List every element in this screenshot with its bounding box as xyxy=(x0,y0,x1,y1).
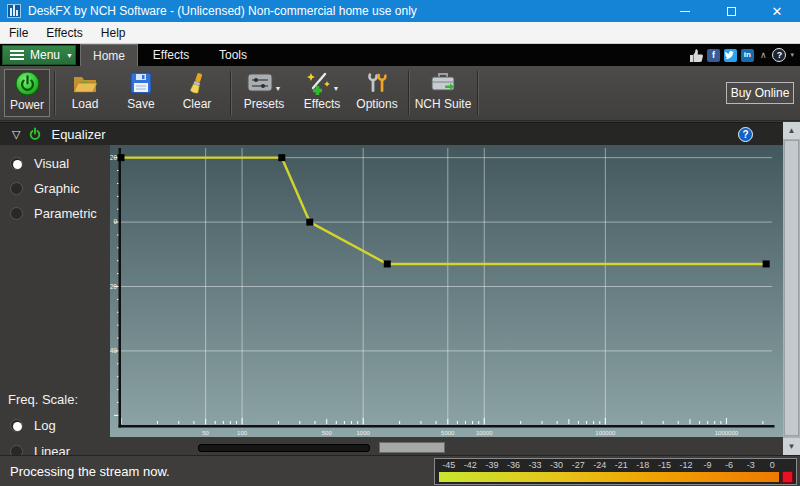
help-dropdown-icon[interactable]: ▾ xyxy=(790,51,794,59)
eq-curve-node[interactable] xyxy=(278,154,285,161)
vertical-scrollbar[interactable]: ▲ ▼ xyxy=(783,122,800,455)
power-label: Power xyxy=(10,98,44,112)
presets-dropdown-icon[interactable]: ▼ xyxy=(275,85,282,92)
maximize-icon xyxy=(727,7,736,16)
freq-scale-option-linear[interactable]: Linear xyxy=(10,443,70,455)
eq-curve-node[interactable] xyxy=(763,260,770,267)
meter-scale-number: -3 xyxy=(740,460,762,471)
tab-effects[interactable]: Effects xyxy=(142,44,200,66)
partial-value-box[interactable] xyxy=(379,442,445,453)
collapse-toolbar-icon[interactable]: ∧ xyxy=(760,50,767,60)
window-title: DeskFX by NCH Software - (Unlicensed) No… xyxy=(28,4,417,18)
plot-background xyxy=(110,145,783,437)
power-button[interactable]: Power xyxy=(4,69,50,117)
nch-suite-button[interactable]: NCH Suite xyxy=(413,69,473,117)
freq-scale-label-linear: Linear xyxy=(34,444,70,456)
buy-online-button[interactable]: Buy Online xyxy=(726,82,794,104)
options-button[interactable]: Options xyxy=(351,69,403,117)
x-axis-label: 50 xyxy=(202,430,209,436)
radio-selected-icon[interactable] xyxy=(10,157,23,170)
app-icon xyxy=(7,4,21,18)
eq-curve-node[interactable] xyxy=(118,154,125,161)
mode-option-visual[interactable]: Visual xyxy=(10,155,69,171)
nch-suite-label: NCH Suite xyxy=(415,97,472,111)
briefcase-icon xyxy=(430,69,456,96)
level-meter-scale: -45-42-39-36-33-30-27-24-21-18-15-12-9-6… xyxy=(438,460,783,471)
load-label: Load xyxy=(72,97,99,111)
save-label: Save xyxy=(127,97,154,111)
mode-option-parametric[interactable]: Parametric xyxy=(10,205,97,221)
partial-slider-track[interactable] xyxy=(198,444,370,452)
title-bar[interactable]: DeskFX by NCH Software - (Unlicensed) No… xyxy=(0,0,800,22)
meter-scale-number: -6 xyxy=(718,460,740,471)
presets-panel-icon xyxy=(247,73,273,92)
minimize-button[interactable] xyxy=(662,0,708,22)
panel-collapse-icon[interactable]: ▽ xyxy=(12,128,20,141)
eq-curve-node[interactable] xyxy=(384,260,391,267)
linkedin-icon[interactable]: in xyxy=(741,49,754,62)
x-axis-label: 100 xyxy=(237,430,248,436)
effects-button[interactable]: ▼ Effects xyxy=(296,69,348,117)
meter-scale-number: -45 xyxy=(438,460,460,471)
x-axis-label: 10000 xyxy=(476,430,493,436)
mode-label-parametric: Parametric xyxy=(34,206,97,221)
deskfx-window: DeskFX by NCH Software - (Unlicensed) No… xyxy=(0,0,800,486)
facebook-icon[interactable]: f xyxy=(707,49,720,62)
brush-icon xyxy=(185,69,209,96)
y-axis-line xyxy=(119,148,122,428)
effects-label: Effects xyxy=(304,97,340,111)
mode-label-visual: Visual xyxy=(34,156,69,171)
meter-scale-number: -42 xyxy=(460,460,482,471)
menu-item-effects[interactable]: Effects xyxy=(37,24,91,42)
eq-mode-sidebar: Visual Graphic Parametric Freq. Scale: L… xyxy=(0,145,110,455)
social-links: f in ∧ ? ▾ xyxy=(689,44,800,66)
eq-curve-node[interactable] xyxy=(306,219,313,226)
equalizer-chart[interactable]: 200-20-405010050010005000100001000001000… xyxy=(110,145,783,455)
meter-scale-number: -33 xyxy=(524,460,546,471)
mode-option-graphic[interactable]: Graphic xyxy=(10,180,80,196)
scroll-up-button[interactable]: ▲ xyxy=(783,122,800,139)
meter-scale-number: -24 xyxy=(589,460,611,471)
help-icon[interactable]: ? xyxy=(772,48,786,62)
meter-scale-number: -39 xyxy=(481,460,503,471)
thumbs-up-icon[interactable] xyxy=(689,49,703,62)
freq-scale-label-log: Log xyxy=(34,418,56,433)
equalizer-help-icon[interactable]: ? xyxy=(738,127,753,142)
main-toolbar: Power Load xyxy=(0,66,800,121)
radio-icon[interactable] xyxy=(10,207,23,220)
meter-scale-number: -18 xyxy=(632,460,654,471)
minimize-icon xyxy=(680,11,690,12)
effects-dropdown-icon[interactable]: ▼ xyxy=(333,85,340,92)
maximize-button[interactable] xyxy=(708,0,754,22)
presets-button[interactable]: ▼ Presets xyxy=(237,69,291,117)
radio-icon[interactable] xyxy=(10,182,23,195)
equalizer-power-icon[interactable] xyxy=(28,127,42,141)
scroll-down-button[interactable]: ▼ xyxy=(783,438,800,455)
clip-indicator xyxy=(782,471,793,483)
freq-scale-option-log[interactable]: Log xyxy=(10,417,56,433)
meter-scale-number: -12 xyxy=(675,460,697,471)
load-button[interactable]: Load xyxy=(60,69,110,117)
tools-icon xyxy=(365,69,389,96)
tab-tools[interactable]: Tools xyxy=(204,44,262,66)
toolbar-separator xyxy=(230,71,232,115)
hamburger-icon xyxy=(10,50,24,60)
meter-scale-number: -27 xyxy=(567,460,589,471)
menu-item-file[interactable]: File xyxy=(0,24,37,42)
level-meter: -45-42-39-36-33-30-27-24-21-18-15-12-9-6… xyxy=(434,458,797,485)
clear-button[interactable]: Clear xyxy=(172,69,222,117)
clear-label: Clear xyxy=(183,97,212,111)
close-button[interactable]: ✕ xyxy=(754,0,800,22)
tab-home[interactable]: Home xyxy=(80,44,138,66)
status-bar: Processing the stream now. -45-42-39-36-… xyxy=(0,455,800,486)
menu-button-label: Menu xyxy=(30,48,60,62)
radio-selected-icon[interactable] xyxy=(10,419,23,432)
scrollbar-thumb[interactable] xyxy=(784,140,799,436)
menu-dropdown-button[interactable]: Menu ▼ xyxy=(2,45,76,65)
menu-item-help[interactable]: Help xyxy=(92,24,135,42)
twitter-icon[interactable] xyxy=(724,49,737,62)
power-icon xyxy=(15,70,40,97)
radio-icon[interactable] xyxy=(10,445,23,456)
menu-bar: File Effects Help xyxy=(0,22,800,44)
save-button[interactable]: Save xyxy=(117,69,165,117)
